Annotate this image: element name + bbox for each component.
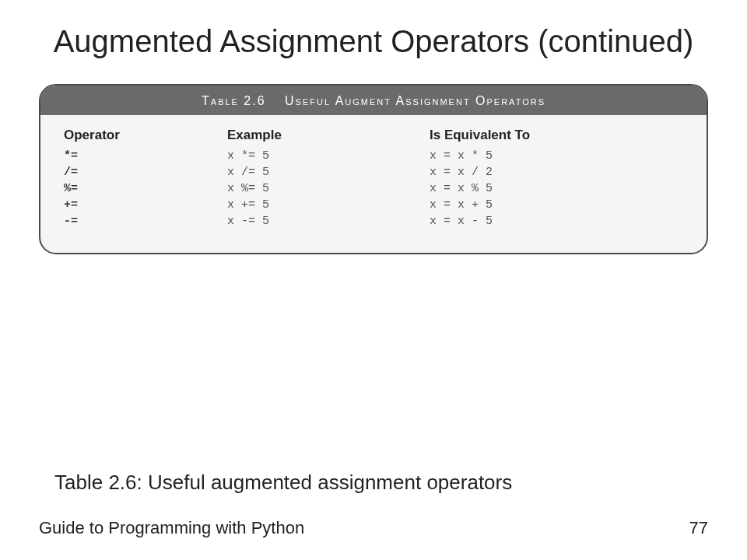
table-caption: Table 2.6: Useful augmented assignment o… [54,471,512,495]
table-header-caption: Useful Augment Assignment Operators [285,94,545,107]
table-cell: -= [64,213,219,229]
table-body: Operator Example Is Equivalent To *= x *… [40,115,707,253]
table-cell: x %= 5 [227,180,422,197]
column-header-operator: Operator [64,128,219,148]
operators-table: Table 2.6 Useful Augment Assignment Oper… [39,84,708,254]
page-title: Augmented Assignment Operators (continue… [39,22,708,61]
table-cell: x *= 5 [227,148,422,164]
table-cell: x /= 5 [227,164,422,180]
column-header-equivalent: Is Equivalent To [430,128,683,148]
table-cell: /= [64,164,219,180]
table-cell: *= [64,148,219,164]
table-cell: x = x - 5 [430,213,683,229]
table-cell: x -= 5 [227,213,422,229]
table-cell: += [64,197,219,213]
table-cell: x = x % 5 [430,180,683,197]
column-header-example: Example [227,128,422,148]
table-cell: x = x / 2 [430,164,683,180]
table-header: Table 2.6 Useful Augment Assignment Oper… [40,86,707,115]
table-cell: x += 5 [227,197,422,213]
slide: Augmented Assignment Operators (continue… [0,0,747,254]
footer-source: Guide to Programming with Python [39,518,304,538]
table-header-label: Table 2.6 [202,94,266,107]
table-cell: %= [64,180,219,197]
table-cell: x = x + 5 [430,197,683,213]
page-number: 77 [689,518,708,538]
table-cell: x = x * 5 [430,148,683,164]
